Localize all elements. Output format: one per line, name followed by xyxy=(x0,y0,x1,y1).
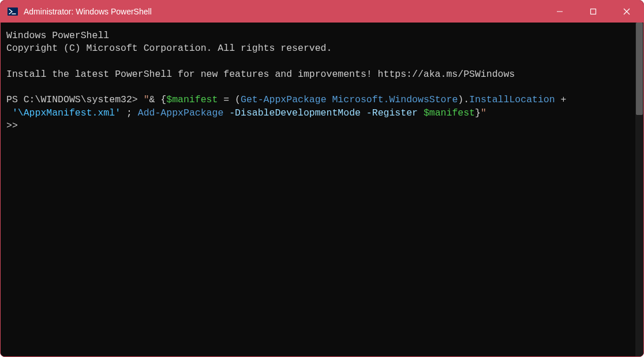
svg-rect-3 xyxy=(591,9,596,14)
output-line: Install the latest PowerShell for new fe… xyxy=(6,69,515,80)
token-string: '\AppxManifest.xml' xyxy=(12,107,121,118)
token-param: -Register xyxy=(361,107,418,118)
token-variable: $manifest xyxy=(424,107,475,118)
token-paren: ) xyxy=(458,94,463,105)
scrollbar-thumb[interactable] xyxy=(636,23,643,115)
token-quote: " xyxy=(481,107,486,118)
continuation-prompt: >> xyxy=(6,120,18,131)
minimize-button[interactable] xyxy=(543,1,576,23)
close-icon xyxy=(623,8,630,15)
token-argument: Microsoft.WindowsStore xyxy=(332,94,458,105)
token-cmdlet: Get-AppxPackage xyxy=(241,94,327,105)
prompt: PS C:\WINDOWS\system32> xyxy=(6,94,144,105)
token-semicolon: ; xyxy=(121,107,138,118)
minimize-icon xyxy=(556,8,563,15)
output-line: Windows PowerShell xyxy=(6,30,109,41)
token-space xyxy=(6,107,12,118)
token-space xyxy=(418,107,424,118)
powershell-window: Administrator: Windows PowerShell Window… xyxy=(0,0,644,357)
close-button[interactable] xyxy=(610,1,643,23)
token-property: InstallLocation xyxy=(469,94,555,105)
output-line: Copyright (C) Microsoft Corporation. All… xyxy=(6,43,332,54)
vertical-scrollbar[interactable] xyxy=(635,23,643,356)
window-title: Administrator: Windows PowerShell xyxy=(24,7,543,16)
token-variable: $manifest xyxy=(166,94,218,105)
terminal-area: Windows PowerShell Copyright (C) Microso… xyxy=(1,23,643,356)
token-param: -DisableDevelopmentMode xyxy=(223,107,361,118)
terminal-output[interactable]: Windows PowerShell Copyright (C) Microso… xyxy=(1,23,635,356)
maximize-icon xyxy=(590,8,597,15)
token-paren: ( xyxy=(235,94,241,105)
powershell-icon xyxy=(8,6,18,17)
maximize-button[interactable] xyxy=(576,1,610,23)
token-operator: & xyxy=(149,94,161,105)
token-cmdlet: Add-AppxPackage xyxy=(138,107,224,118)
svg-rect-0 xyxy=(8,8,18,16)
token-brace: { xyxy=(160,94,166,105)
token-operator: + xyxy=(555,94,567,105)
token-quote: " xyxy=(144,94,149,105)
token-space xyxy=(327,94,332,105)
titlebar[interactable]: Administrator: Windows PowerShell xyxy=(1,1,643,23)
token-brace: } xyxy=(475,107,481,118)
window-controls xyxy=(543,1,643,23)
token-operator: = xyxy=(218,94,235,105)
token-dot: . xyxy=(463,94,469,105)
